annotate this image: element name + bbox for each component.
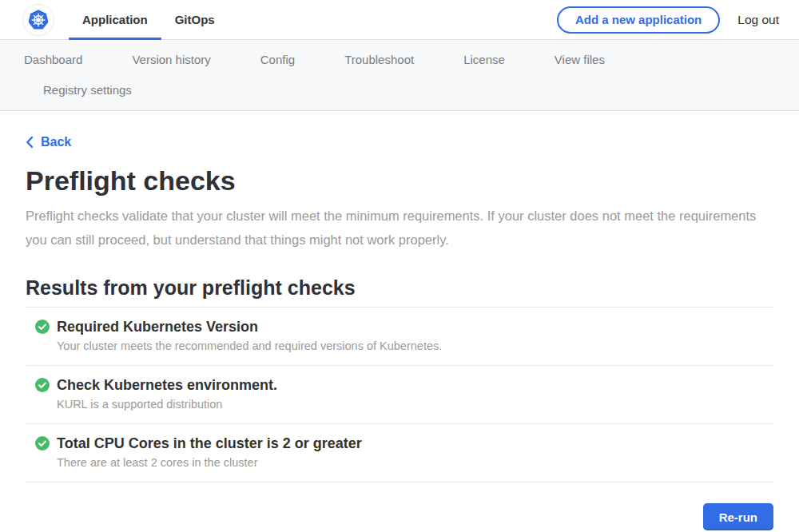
subnav-item-view-files[interactable]: View files bbox=[555, 50, 605, 70]
results-heading: Results from your preflight checks bbox=[26, 276, 773, 300]
footer-actions: Re-run bbox=[26, 503, 773, 530]
add-new-application-button[interactable]: Add a new application bbox=[557, 6, 720, 34]
check-title: Required Kubernetes Version bbox=[57, 318, 442, 335]
subnav-item-dashboard[interactable]: Dashboard bbox=[24, 50, 82, 70]
chevron-left-icon bbox=[26, 136, 34, 149]
app-subnav: Dashboard Version history Config Trouble… bbox=[0, 40, 799, 111]
check-content: Required Kubernetes Version Your cluster… bbox=[57, 318, 442, 353]
check-message: Your cluster meets the recommended and r… bbox=[57, 339, 442, 353]
subnav-item-registry-settings[interactable]: Registry settings bbox=[43, 80, 132, 101]
check-content: Check Kubernetes environment. KURL is a … bbox=[57, 376, 277, 411]
tab-gitops[interactable]: GitOps bbox=[161, 0, 229, 40]
preflight-check-row: Required Kubernetes Version Your cluster… bbox=[26, 308, 773, 366]
preflight-check-row: Total CPU Cores in the cluster is 2 or g… bbox=[26, 424, 773, 482]
subnav-item-version-history[interactable]: Version history bbox=[132, 50, 210, 70]
preflight-page: Back Preflight checks Preflight checks v… bbox=[0, 111, 799, 532]
page-title: Preflight checks bbox=[26, 165, 773, 197]
subnav-item-troubleshoot[interactable]: Troubleshoot bbox=[344, 50, 414, 70]
primary-tabs: Application GitOps bbox=[69, 0, 229, 40]
rerun-button[interactable]: Re-run bbox=[703, 503, 773, 530]
tab-gitops-label: GitOps bbox=[175, 13, 215, 26]
page-description: Preflight checks validate that your clus… bbox=[26, 204, 762, 252]
preflight-results-list: Required Kubernetes Version Your cluster… bbox=[26, 307, 773, 482]
check-title: Total CPU Cores in the cluster is 2 or g… bbox=[57, 435, 362, 452]
check-content: Total CPU Cores in the cluster is 2 or g… bbox=[57, 435, 362, 470]
check-pass-icon bbox=[35, 436, 50, 451]
kubernetes-logo bbox=[22, 4, 54, 36]
back-link-label: Back bbox=[41, 135, 71, 149]
top-header: Application GitOps Add a new application… bbox=[0, 0, 799, 40]
preflight-check-row: Check Kubernetes environment. KURL is a … bbox=[26, 366, 773, 424]
tab-application-label: Application bbox=[82, 13, 148, 26]
check-pass-icon bbox=[35, 320, 50, 334]
check-pass-icon bbox=[35, 378, 50, 392]
check-title: Check Kubernetes environment. bbox=[57, 376, 277, 394]
back-link[interactable]: Back bbox=[26, 135, 71, 149]
logout-link[interactable]: Log out bbox=[737, 13, 779, 27]
subnav-item-config[interactable]: Config bbox=[260, 50, 295, 70]
check-message: There are at least 2 cores in the cluste… bbox=[57, 455, 362, 470]
subnav-item-license[interactable]: License bbox=[463, 50, 505, 70]
check-message: KURL is a supported distribution bbox=[57, 397, 277, 411]
kubernetes-logo-icon bbox=[25, 6, 52, 34]
tab-application[interactable]: Application bbox=[69, 0, 161, 40]
